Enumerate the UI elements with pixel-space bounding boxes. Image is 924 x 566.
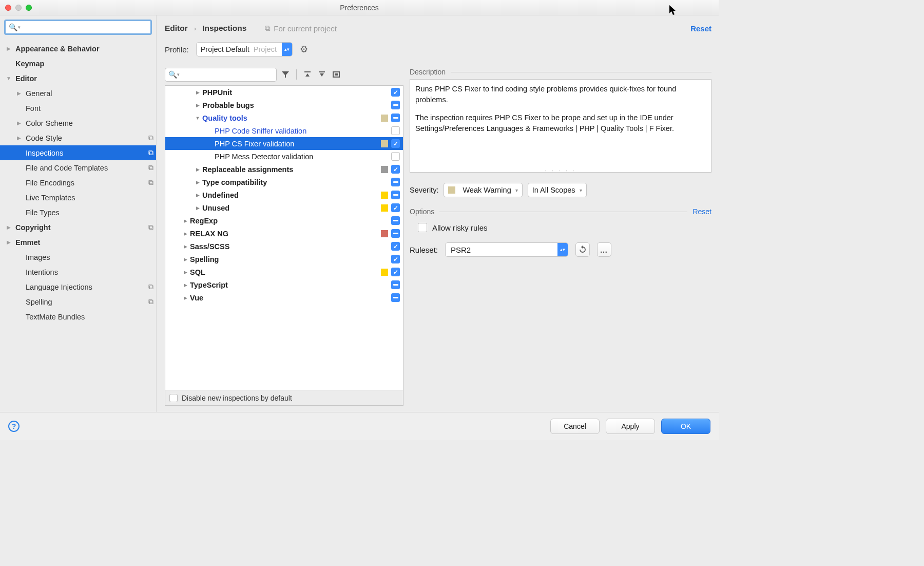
sidebar-item-spelling[interactable]: Spelling⧉ [0,294,156,309]
severity-swatch-icon [381,166,388,173]
inspection-row[interactable]: ▶Type compatibility [165,176,403,188]
inspection-row[interactable]: ▶PHPUnit [165,86,403,99]
inspection-row[interactable]: ▼Quality tools [165,111,403,124]
severity-swatch-icon [381,269,388,276]
gear-icon[interactable]: ⚙ [300,44,308,55]
inspection-row[interactable]: ▶TypeScript [165,278,403,291]
sidebar-item-keymap[interactable]: Keymap [0,56,156,71]
sidebar-item-images[interactable]: Images [0,250,156,265]
inspection-checkbox[interactable] [391,242,400,251]
inspection-row-label: PHPUnit [202,88,391,97]
chevron-right-icon: › [194,25,196,32]
sidebar-item-editor[interactable]: ▼Editor [0,71,156,86]
filter-icon[interactable] [280,69,291,80]
inspection-checkbox[interactable] [391,152,400,161]
ruleset-select[interactable]: PSR2 ▴▾ [445,242,568,257]
severity-swatch-icon [381,115,388,122]
profile-select[interactable]: Project Default Project ▴▾ [196,42,293,56]
inspection-row[interactable]: ▶Undefined [165,188,403,201]
scope-select[interactable]: In All Scopes ▾ [528,183,587,197]
severity-select[interactable]: Weak Warning ▾ [444,183,522,197]
inspection-checkbox[interactable] [391,126,400,135]
copy-icon: ⧉ [146,178,156,187]
inspection-checkbox[interactable] [391,165,400,174]
sidebar-item-general[interactable]: ▶General [0,86,156,101]
svg-rect-0 [304,71,311,72]
inspection-row[interactable]: ▶Vue [165,291,403,304]
expand-all-icon[interactable] [302,69,313,80]
disable-new-inspections-checkbox[interactable] [169,394,178,402]
reset-view-icon[interactable] [331,69,342,80]
inspection-row[interactable]: ▶SQL [165,266,403,278]
inspection-row[interactable]: PHP CS Fixer validation [165,137,403,150]
inspection-checkbox[interactable] [391,114,400,122]
sidebar-item-file-encodings[interactable]: File Encodings⧉ [0,175,156,190]
inspection-checkbox[interactable] [391,280,400,289]
collapse-all-icon[interactable] [316,69,328,80]
inspection-checkbox[interactable] [391,88,400,97]
inspection-row[interactable]: ▶Sass/SCSS [165,240,403,253]
sidebar-item-color-scheme[interactable]: ▶Color Scheme [0,116,156,130]
options-reset-link[interactable]: Reset [692,207,711,216]
inspection-checkbox[interactable] [391,101,400,109]
sidebar-item-language-injections[interactable]: Language Injections⧉ [0,279,156,294]
inspection-row[interactable]: ▶Replaceable assignments [165,163,403,176]
sidebar-item-live-templates[interactable]: Live Templates [0,190,156,205]
inspection-row-label: Spelling [190,255,391,263]
resize-grip-icon[interactable] [410,167,711,173]
sidebar-item-inspections[interactable]: Inspections⧉ [0,145,156,160]
inspection-checkbox[interactable] [391,293,400,302]
sidebar-item-intentions[interactable]: Intentions [0,265,156,279]
sidebar-item-font[interactable]: Font [0,101,156,116]
copy-icon: ⧉ [146,297,156,306]
inspection-row[interactable]: ▶Probable bugs [165,99,403,111]
help-button[interactable]: ? [8,421,20,432]
chevron-right-icon: ▶ [2,46,15,51]
sidebar-item-emmet[interactable]: ▶Emmet [0,235,156,250]
inspection-row[interactable]: ▶Unused [165,201,403,214]
inspection-search-input[interactable]: 🔍 ▾ [165,68,277,82]
svg-rect-1 [319,71,325,72]
sidebar-search-input[interactable]: 🔍 ▾ [4,20,152,35]
sidebar-item-appearance-behavior[interactable]: ▶Appearance & Behavior [0,41,156,56]
allow-risky-checkbox[interactable] [418,223,427,232]
severity-swatch-icon [381,230,388,237]
inspection-checkbox[interactable] [391,255,400,263]
refresh-button[interactable] [575,242,590,257]
inspection-row-label: Quality tools [202,114,381,122]
inspection-row-label: PHP Code Sniffer validation [215,127,391,135]
content-area: Editor › Inspections ⧉ For current proje… [157,15,719,412]
inspection-checkbox[interactable] [391,139,400,148]
inspection-checkbox[interactable] [391,229,400,238]
inspection-row[interactable]: ▶RegExp [165,214,403,227]
chevron-right-icon: ▶ [181,295,190,300]
sidebar-item-label: Font [26,104,156,112]
cancel-button[interactable]: Cancel [550,419,600,434]
inspection-checkbox[interactable] [391,203,400,212]
inspection-row[interactable]: PHP Code Sniffer validation [165,124,403,137]
breadcrumb: Editor › Inspections [165,24,246,33]
sidebar-item-textmate-bundles[interactable]: TextMate Bundles [0,309,156,324]
inspection-checkbox[interactable] [391,216,400,225]
reset-link[interactable]: Reset [690,24,711,33]
inspection-row[interactable]: ▶RELAX NG [165,227,403,240]
apply-button[interactable]: Apply [606,419,655,434]
inspection-row[interactable]: PHP Mess Detector validation [165,150,403,163]
inspection-row-label: Unused [202,204,381,212]
inspection-checkbox[interactable] [391,178,400,186]
copy-icon: ⧉ [146,148,156,157]
inspection-row-label: TypeScript [190,281,391,289]
sidebar-item-copyright[interactable]: ▶Copyright⧉ [0,220,156,235]
breadcrumb-editor[interactable]: Editor [165,24,188,33]
inspection-row-label: RegExp [190,217,391,225]
svg-rect-3 [335,73,338,76]
ok-button[interactable]: OK [661,419,710,434]
browse-button[interactable]: … [597,242,611,257]
copy-icon: ⧉ [146,223,156,232]
sidebar-item-file-types[interactable]: File Types [0,205,156,220]
inspection-checkbox[interactable] [391,268,400,276]
sidebar-item-code-style[interactable]: ▶Code Style⧉ [0,130,156,145]
sidebar-item-file-and-code-templates[interactable]: File and Code Templates⧉ [0,160,156,175]
inspection-row[interactable]: ▶Spelling [165,253,403,266]
inspection-checkbox[interactable] [391,191,400,199]
